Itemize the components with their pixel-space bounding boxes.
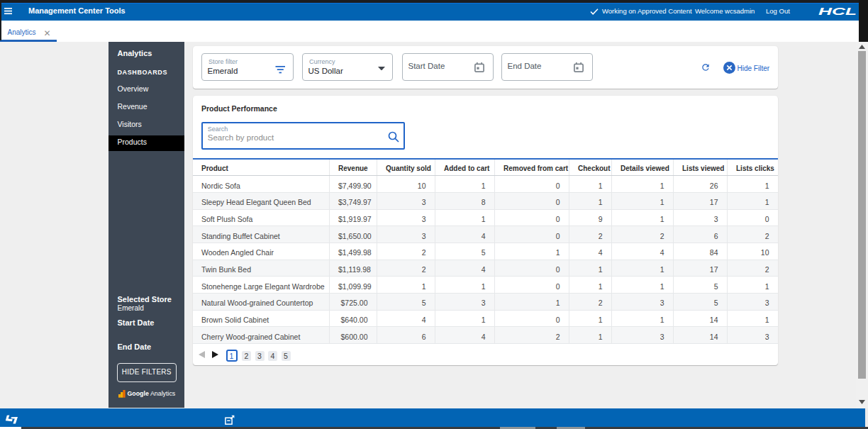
svg-text:HCL: HCL	[818, 6, 857, 17]
svg-text:Google: Google	[128, 390, 149, 397]
svg-text:Analytics: Analytics	[150, 390, 176, 397]
